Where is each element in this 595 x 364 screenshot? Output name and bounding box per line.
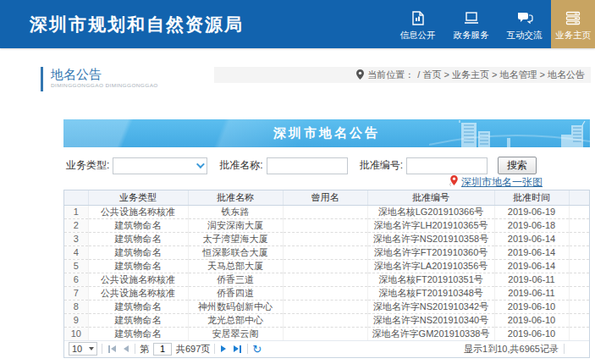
approval-code-input[interactable] bbox=[406, 157, 488, 174]
page-title: 地名公告 bbox=[51, 67, 200, 81]
map-pin-icon bbox=[449, 175, 459, 190]
cell-num: 8 bbox=[64, 300, 88, 313]
table-row[interactable]: 5建筑物命名天马总部大厦深地名许字LA201910356号2019-06-14 bbox=[64, 259, 589, 273]
cell-former bbox=[283, 245, 367, 259]
placename-table-widget: 业务类型 批准名称 曾用名 批准编号 批准时间 1公共设施名称核准铁东路深地名核… bbox=[63, 190, 590, 358]
table-row[interactable]: 8建筑物命名神州数码创新中心深地名许字NS201910342号2019-06-1… bbox=[64, 300, 589, 313]
nav-item-interaction[interactable]: 互动交流 bbox=[498, 0, 551, 48]
table-row[interactable]: 1公共设施名称核准铁东路深地名核LG201910366号2019-06-19 bbox=[64, 205, 589, 218]
prev-page-button[interactable] bbox=[122, 345, 130, 352]
cell-num: 7 bbox=[64, 286, 88, 300]
cell-name: 神州数码创新中心 bbox=[188, 300, 283, 313]
cell-num: 3 bbox=[64, 232, 88, 245]
cell-former bbox=[283, 300, 367, 313]
divider bbox=[102, 344, 102, 354]
cell-code: 深地名许字FT201910360号 bbox=[367, 245, 494, 259]
breadcrumb-row: 地名公告 DIMINGGONGGAO DIMINGGONGGAO 当前位置： /… bbox=[0, 67, 595, 91]
business-type-select[interactable] bbox=[113, 157, 207, 174]
nav-item-services[interactable]: 政务服务 bbox=[444, 0, 498, 48]
divider bbox=[214, 344, 215, 354]
record-summary: 显示1到10,共6965记录 bbox=[464, 343, 585, 356]
table-row[interactable]: 4建筑物命名恒深影联合大厦深地名许字FT201910360号2019-06-14 bbox=[64, 245, 589, 259]
cell-name: 铁东路 bbox=[188, 205, 283, 218]
cell-date: 2019-06-11 bbox=[494, 286, 569, 300]
code-filter-label: 批准编号: bbox=[360, 158, 403, 173]
nav-item-info[interactable]: 信息公开 bbox=[391, 0, 444, 48]
nav-item-business-home[interactable]: 业务主页 bbox=[551, 0, 595, 48]
table-row[interactable]: 3建筑物命名太子湾望海大厦深地名许字NS201910358号2019-06-14 bbox=[64, 232, 589, 245]
chevron-down-icon bbox=[89, 347, 94, 350]
table-row[interactable]: 6公共设施名称核准侨香三道深地名核FT201910351号2019-06-11 bbox=[64, 273, 589, 286]
top-nav: 信息公开 政务服务 互动交流 业务主页 bbox=[391, 0, 595, 48]
cell-num: 9 bbox=[64, 313, 88, 327]
page-size-select[interactable]: 10 bbox=[69, 342, 97, 356]
cell-former bbox=[283, 205, 367, 218]
cell-code: 深地名核LG201910366号 bbox=[367, 205, 494, 218]
nav-label: 信息公开 bbox=[400, 30, 436, 41]
cell-code: 深地名许字NS201910342号 bbox=[367, 300, 494, 313]
cell-date: 2019-06-11 bbox=[494, 273, 569, 286]
breadcrumb-path[interactable]: / 首页 > 业务主页 > 地名管理 > 地名公告 bbox=[417, 69, 585, 81]
cell-num: 6 bbox=[64, 273, 88, 286]
cell-name: 龙光总部中心 bbox=[188, 313, 283, 327]
last-page-button[interactable] bbox=[232, 345, 243, 353]
placename-table: 业务类型 批准名称 曾用名 批准编号 批准时间 1公共设施名称核准铁东路深地名核… bbox=[64, 190, 589, 341]
breadcrumb-label: 当前位置： bbox=[367, 69, 414, 81]
col-header-former[interactable]: 曾用名 bbox=[283, 190, 367, 205]
cell-type: 公共设施名称核准 bbox=[88, 286, 188, 300]
cell-name: 安居翠云阁 bbox=[188, 327, 283, 340]
chevron-down-icon bbox=[196, 160, 205, 168]
cell-num: 5 bbox=[64, 259, 88, 273]
col-header-num bbox=[64, 190, 88, 205]
name-filter-label: 批准名称: bbox=[219, 158, 262, 173]
cell-former bbox=[283, 273, 367, 286]
cell-type: 建筑物命名 bbox=[88, 327, 188, 340]
page-size-value: 10 bbox=[72, 344, 82, 354]
table-body: 1公共设施名称核准铁东路深地名核LG201910366号2019-06-192建… bbox=[64, 205, 589, 340]
col-header-type[interactable]: 业务类型 bbox=[88, 190, 188, 205]
first-page-button[interactable] bbox=[107, 345, 118, 353]
approved-name-input[interactable] bbox=[267, 157, 348, 174]
cell-spacer bbox=[569, 300, 589, 313]
cell-code: 深地名许字NS201910358号 bbox=[367, 232, 494, 245]
next-page-button[interactable] bbox=[219, 345, 228, 352]
pagination-bar: 10 第 共697页 ↻ 显示1到10,共6965记录 bbox=[64, 341, 589, 357]
table-row[interactable]: 7公共设施名称核准侨香四道深地名核FT201910348号2019-06-11 bbox=[64, 286, 589, 300]
cell-type: 公共设施名称核准 bbox=[88, 273, 188, 286]
cell-date: 2019-06-19 bbox=[494, 205, 569, 218]
document-icon bbox=[410, 11, 427, 26]
cell-name: 恒深影联合大厦 bbox=[188, 245, 283, 259]
refresh-icon[interactable]: ↻ bbox=[252, 344, 262, 355]
map-link-row: 深圳市地名一张图 bbox=[63, 176, 590, 189]
list-icon bbox=[565, 11, 581, 26]
cell-name: 润安深南大厦 bbox=[188, 218, 283, 232]
search-button[interactable]: 搜索 bbox=[498, 157, 537, 174]
cell-date: 2019-06-18 bbox=[494, 218, 569, 232]
current-page-input[interactable] bbox=[153, 343, 172, 356]
cell-type: 建筑物命名 bbox=[88, 218, 188, 232]
cell-former bbox=[283, 313, 367, 327]
cell-num: 1 bbox=[64, 205, 88, 218]
cell-name: 天马总部大厦 bbox=[188, 259, 283, 273]
cell-former bbox=[283, 218, 367, 232]
col-header-name[interactable]: 批准名称 bbox=[188, 190, 283, 205]
total-pages-label: 共697页 bbox=[176, 343, 210, 356]
cell-name: 太子湾望海大厦 bbox=[188, 232, 283, 245]
cell-spacer bbox=[569, 327, 589, 340]
cell-code: 深地名核FT201910351号 bbox=[367, 273, 494, 286]
cell-former bbox=[283, 259, 367, 273]
type-filter-label: 业务类型: bbox=[66, 158, 109, 173]
cell-code: 深地名许字LH201910365号 bbox=[367, 218, 494, 232]
table-row[interactable]: 2建筑物命名润安深南大厦深地名许字LH201910365号2019-06-18 bbox=[64, 218, 589, 232]
table-row[interactable]: 10建筑物命名安居翠云阁深地名许字GM201910338号2019-06-10 bbox=[64, 327, 589, 340]
city-placename-map-link[interactable]: 深圳市地名一张图 bbox=[461, 175, 543, 190]
col-header-code[interactable]: 批准编号 bbox=[367, 190, 494, 205]
table-row[interactable]: 9建筑物命名龙光总部中心深地名许字NS201910340号2019-06-10 bbox=[64, 313, 589, 327]
col-header-date[interactable]: 批准时间 bbox=[494, 190, 569, 205]
cell-spacer bbox=[569, 273, 589, 286]
record-summary-text: 显示1到10,共6965记录 bbox=[464, 343, 559, 356]
banner: 深圳市地名公告 bbox=[63, 119, 590, 147]
cell-date: 2019-06-14 bbox=[494, 232, 569, 245]
divider bbox=[564, 344, 565, 354]
cell-code: 深地名许字NS201910340号 bbox=[367, 313, 494, 327]
